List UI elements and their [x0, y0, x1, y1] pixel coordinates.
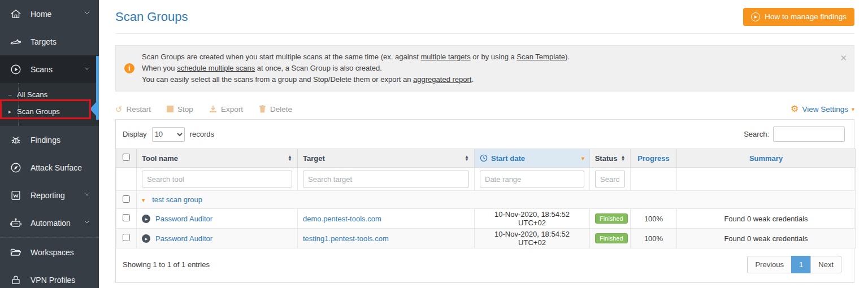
row-checkbox[interactable]: [123, 234, 130, 241]
target-link[interactable]: testing1.pentest-tools.com: [303, 234, 389, 243]
sidebar-item-scans[interactable]: Scans: [0, 55, 99, 83]
target-link[interactable]: demo.pentest-tools.com: [303, 215, 381, 223]
multiple-targets-link[interactable]: multiple targets: [421, 53, 471, 61]
sidebar-item-findings[interactable]: Findings: [0, 126, 99, 154]
scan-row: ▶ Password Auditor demo.pentest-tools.co…: [116, 209, 856, 229]
scan-group-row: ▾ test scan group: [116, 191, 856, 209]
banner-text: at once, a Scan Group is also created.: [255, 64, 382, 72]
next-page-button[interactable]: Next: [810, 256, 841, 273]
schedule-multiple-scans-link[interactable]: schedule multiple scans: [177, 64, 255, 72]
progress-header: Progress: [631, 149, 677, 168]
sidebar-item-workspaces[interactable]: Workspaces: [0, 238, 99, 266]
progress-filter-cell: [631, 168, 677, 191]
page-header: Scan Groups ▶ How to manage findings: [115, 0, 854, 34]
sidebar-item-all-scans[interactable]: – All Scans: [0, 86, 99, 102]
status-filter-cell: [590, 168, 631, 191]
banner-text: or by using a: [471, 53, 517, 61]
table-footer: Showing 1 to 1 of 1 entries Previous 1 N…: [116, 248, 854, 282]
target-cell: testing1.pentest-tools.com: [298, 229, 475, 248]
status-badge: Finished: [595, 233, 628, 243]
banner-line-3: You can easily select all the scans from…: [142, 74, 835, 85]
clock-icon: [480, 154, 488, 162]
sort-desc-caret-icon: ▾: [581, 155, 584, 162]
export-button[interactable]: Export: [209, 105, 243, 114]
search-label: Search:: [744, 130, 769, 138]
select-all-header: [116, 149, 137, 168]
robot-icon: [9, 217, 23, 229]
status-filter-input[interactable]: [595, 171, 625, 187]
progress-cell: 100%: [631, 209, 677, 229]
page-1-button[interactable]: 1: [791, 256, 811, 273]
table-header-row: Tool name ▲▼ Target ▲▼ Start date ▾: [116, 149, 856, 168]
tool-filter-cell: [137, 168, 298, 191]
status-header-label: Status: [595, 154, 618, 163]
filter-empty-cell: [116, 168, 137, 191]
group-checkbox[interactable]: [123, 195, 130, 203]
tree-arrow-icon: ▸: [8, 108, 11, 115]
sidebar-item-home[interactable]: Home: [0, 0, 99, 28]
table-filter-row: [116, 168, 856, 191]
sidebar-item-scan-groups[interactable]: ▸ Scan Groups: [0, 102, 99, 120]
sidebar-item-label: Workspaces: [31, 248, 91, 257]
restart-icon: ↺: [115, 105, 123, 114]
sidebar-item-label: Findings: [31, 136, 91, 145]
entries-info: Showing 1 to 1 of 1 entries: [123, 260, 210, 269]
gear-icon: ⚙: [791, 104, 798, 114]
status-header[interactable]: Status ▲▼: [590, 149, 631, 168]
tree-dash-icon: –: [8, 91, 12, 98]
compass-icon: [9, 162, 23, 174]
export-download-icon: [209, 105, 217, 113]
sidebar-item-attack-surface[interactable]: Attack Surface: [0, 154, 99, 181]
group-checkbox-cell: [116, 191, 137, 209]
search-input[interactable]: [773, 126, 845, 142]
play-video-icon: ▶: [751, 12, 760, 21]
date-range-filter-input[interactable]: [480, 171, 584, 187]
start-date-header-label: Start date: [491, 154, 581, 163]
summary-header-label: Summary: [749, 154, 783, 163]
previous-page-button[interactable]: Previous: [747, 256, 792, 273]
tool-name-header[interactable]: Tool name ▲▼: [137, 149, 298, 168]
sidebar-item-vpn-profiles[interactable]: VPN Profiles: [0, 266, 99, 288]
view-settings-button[interactable]: ⚙ View Settings ▾: [791, 104, 854, 114]
records-label: records: [190, 130, 214, 138]
tool-filter-input[interactable]: [142, 171, 292, 187]
target-filter-input[interactable]: [303, 171, 469, 187]
scan-play-icon: ▶: [142, 215, 150, 223]
sort-icon: ▲▼: [288, 155, 292, 161]
sidebar-item-label: Targets: [31, 37, 91, 46]
tool-cell: ▶ Password Auditor: [137, 229, 298, 248]
page-size-select[interactable]: 10: [152, 127, 185, 142]
tool-name-link[interactable]: Password Auditor: [155, 215, 212, 223]
restart-button[interactable]: ↺ Restart: [115, 105, 151, 114]
start-date-cell: 10-Nov-2020, 18:54:52 UTC+02: [475, 229, 590, 248]
start-date-cell: 10-Nov-2020, 18:54:52 UTC+02: [475, 209, 590, 229]
sidebar-item-reporting[interactable]: Reporting: [0, 181, 99, 209]
target-header[interactable]: Target ▲▼: [298, 149, 475, 168]
pagination: Previous 1 Next: [748, 256, 841, 273]
view-settings-label: View Settings: [802, 105, 848, 114]
scan-group-name-link[interactable]: test scan group: [152, 195, 202, 204]
collapse-caret-icon[interactable]: ▾: [142, 197, 145, 203]
sidebar-item-targets[interactable]: Targets: [0, 28, 99, 55]
stop-button[interactable]: Stop: [167, 105, 193, 114]
how-to-manage-findings-button[interactable]: ▶ How to manage findings: [743, 8, 854, 26]
summary-cell: Found 0 weak credentials: [677, 229, 856, 248]
start-date-header[interactable]: Start date ▾: [475, 149, 590, 168]
delete-button[interactable]: Delete: [259, 105, 292, 114]
row-checkbox-cell: [116, 229, 137, 248]
close-icon[interactable]: ✕: [840, 53, 847, 64]
main-content: Scan Groups ▶ How to manage findings i ✕…: [99, 0, 868, 288]
date-filter-cell: [475, 168, 590, 191]
progress-cell: 100%: [631, 229, 677, 248]
row-checkbox[interactable]: [123, 214, 130, 221]
sidebar-item-label: Attack Surface: [31, 163, 91, 172]
select-all-checkbox[interactable]: [123, 154, 130, 161]
banner-line-2: When you schedule multiple scans at once…: [142, 63, 835, 74]
target-filter-cell: [298, 168, 475, 191]
aggregated-report-link[interactable]: aggregated report: [413, 75, 471, 84]
banner-text: ).: [565, 53, 570, 61]
sidebar-item-automation[interactable]: Automation: [0, 209, 99, 237]
row-checkbox-cell: [116, 209, 137, 229]
tool-name-link[interactable]: Password Auditor: [155, 234, 212, 243]
scan-template-link[interactable]: Scan Template: [517, 53, 565, 61]
